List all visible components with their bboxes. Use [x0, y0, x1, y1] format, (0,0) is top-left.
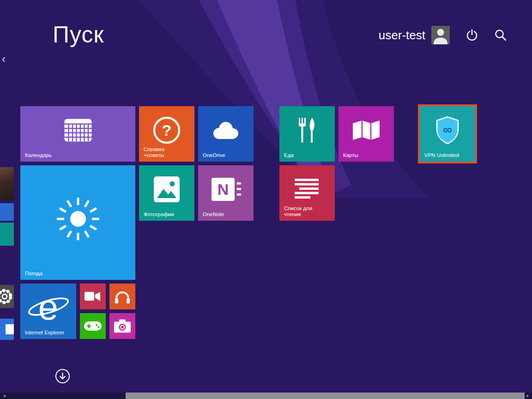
photo-thumbnail	[0, 167, 14, 200]
scrollbar-thumb[interactable]	[126, 393, 525, 399]
sun-icon	[54, 195, 102, 243]
tile-partial-photo[interactable]	[0, 167, 14, 200]
map-icon	[352, 120, 381, 141]
header-actions: user-test	[379, 26, 507, 44]
tile-weather[interactable]: Погода	[20, 165, 135, 280]
start-screen: Пуск user-test ‹	[0, 0, 532, 399]
tile-partial-settings[interactable]	[0, 285, 14, 308]
tile-label: Еда	[284, 152, 294, 158]
scroll-right-arrow[interactable]: ►	[524, 393, 532, 399]
tile-calendar[interactable]: Календарь	[20, 106, 135, 162]
user-name: user-test	[379, 28, 425, 42]
avatar	[431, 26, 450, 44]
list-lines-icon	[295, 179, 320, 200]
svg-text:∞: ∞	[443, 122, 452, 137]
tile-maps[interactable]: Карты	[339, 106, 394, 162]
game-controller-icon	[84, 320, 102, 332]
tile-food[interactable]: Еда	[279, 106, 335, 162]
tile-label: Internet Explorer	[25, 330, 64, 336]
tile-video[interactable]	[80, 284, 106, 309]
ie-icon: e	[25, 288, 72, 327]
tile-internet-explorer[interactable]: e Internet Explorer	[20, 284, 76, 339]
tile-photos[interactable]: Фотографии	[139, 165, 194, 221]
tile-label: Фотографии	[144, 212, 174, 218]
svg-text:?: ?	[162, 121, 172, 139]
headphones-icon	[115, 289, 130, 304]
tile-partial-document[interactable]	[0, 319, 14, 340]
photo-icon	[154, 176, 180, 202]
tile-games[interactable]	[80, 313, 106, 339]
question-mark-icon: ?	[152, 116, 181, 145]
search-icon	[494, 29, 507, 42]
tile-music[interactable]	[109, 284, 135, 309]
tile-partial-blue[interactable]	[0, 203, 14, 221]
tile-label: OneNote	[203, 212, 224, 218]
onenote-icon: N	[211, 177, 241, 202]
tile-onedrive[interactable]: OneDrive	[198, 106, 254, 162]
page-title: Пуск	[53, 21, 104, 48]
document-icon	[6, 324, 14, 334]
fork-knife-icon	[295, 117, 320, 144]
tile-help-tips[interactable]: ? Справка +советы	[139, 106, 194, 162]
video-camera-icon	[85, 290, 101, 303]
tile-label: Справка +советы	[144, 146, 179, 158]
tile-reading-list[interactable]: Список для чтения	[279, 165, 335, 221]
svg-text:N: N	[218, 181, 229, 198]
apps-view-button[interactable]	[55, 369, 70, 384]
user-silhouette-icon	[431, 26, 450, 44]
gear-icon	[0, 286, 14, 307]
scroll-left-arrow[interactable]: ◄	[0, 393, 8, 399]
cloud-icon	[211, 120, 241, 141]
tile-label: Список для чтения	[284, 206, 319, 218]
calendar-icon	[64, 119, 92, 142]
tile-label: Календарь	[25, 152, 52, 158]
vpn-shield-icon: ∞	[434, 116, 461, 145]
tile-vpn-unlimited[interactable]: ∞ VPN Unlimited	[420, 106, 475, 162]
tile-label: OneDrive	[203, 152, 225, 158]
tile-label: VPN Unlimited	[424, 152, 459, 158]
scroll-left-indicator[interactable]: ‹	[2, 53, 6, 66]
tile-partial-teal[interactable]	[0, 223, 14, 246]
search-button[interactable]	[494, 29, 507, 42]
power-icon	[466, 29, 478, 42]
down-arrow-icon	[55, 369, 70, 384]
tile-label: Погода	[25, 271, 42, 277]
user-account-button[interactable]: user-test	[379, 26, 450, 44]
tile-onenote[interactable]: N OneNote	[198, 165, 254, 221]
tile-camera[interactable]	[109, 313, 135, 339]
tile-label: Карты	[343, 152, 358, 158]
power-button[interactable]	[466, 29, 478, 42]
camera-icon	[114, 320, 131, 333]
horizontal-scrollbar[interactable]: ◄ ►	[0, 393, 532, 399]
